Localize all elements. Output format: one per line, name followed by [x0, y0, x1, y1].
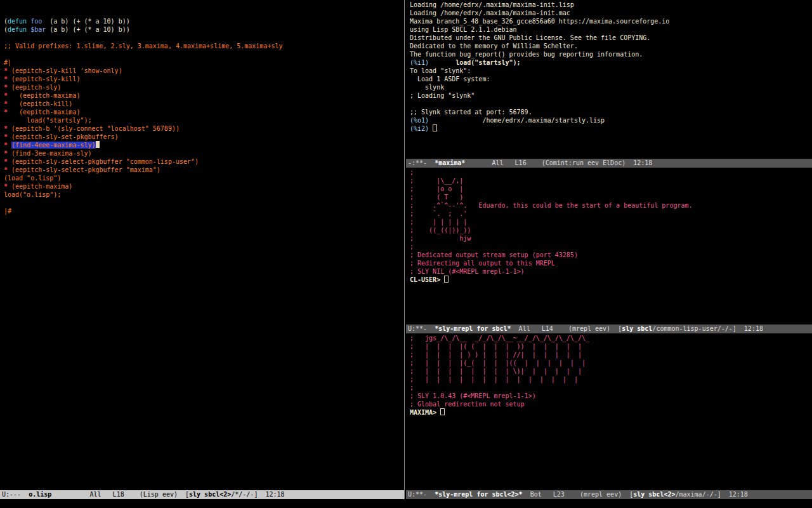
buffer-line: ; | | | |( ( | | | )) | | | | | — [410, 342, 812, 351]
buffer-line: (defun foo (a b) (+ (* a 10) b)) — [4, 17, 404, 25]
buffer-line — [4, 34, 404, 42]
text-cursor — [444, 276, 449, 283]
buffer-line: Dedicated to the memory of William Schel… — [410, 42, 812, 50]
buffer-line: |# — [4, 207, 404, 215]
buffer-line: load("o.lisp"); — [4, 190, 404, 199]
text-cursor — [433, 124, 437, 131]
buffer-o-lisp[interactable]: (defun foo (a b) (+ (* a 10) b))(defun $… — [0, 0, 404, 490]
buffer-line: MAXIMA> — [410, 408, 812, 417]
buffer-line: ; | | | | ) ) | | | //| | | | | | — [410, 351, 812, 359]
buffer-line: * (eepitch-sly-select-pkgbuffer "maxima"… — [4, 166, 404, 174]
buffer-line — [4, 199, 404, 207]
buffer-line: using Lisp SBCL 2.1.1.debian — [410, 25, 812, 34]
buffer-line: To load "slynk": — [410, 67, 812, 75]
buffer-line: Maxima branch_5_48_base_326_gcce856a60 h… — [410, 17, 812, 25]
buffer-line: * (eepitch-maxima) — [4, 91, 404, 100]
buffer-line: ; — [410, 384, 812, 392]
modeline-maxima[interactable]: -:**- *maxima* All L16 (Comint:run eev E… — [406, 159, 812, 168]
buffer-line: ; ( T ) — [410, 193, 812, 201]
buffer-line: ; |\__/,| — [410, 177, 812, 185]
modeline-sly-mrepl-sbcl-2[interactable]: U:**- *sly-mrepl for sbcl<2>* Bot L23 (m… — [406, 490, 812, 499]
buffer-line: (defun $bar (a b) (+ (* a 10) b)) — [4, 25, 404, 34]
buffer-line: ; hjw — [410, 234, 812, 243]
text-cursor — [440, 408, 445, 415]
buffer-line: load("startsly"); — [4, 116, 404, 124]
window-sly-mrepl-sbcl[interactable]: ;; |\__/,|; |o o |; ( T ); .^`^--'^. Edu… — [406, 168, 812, 333]
buffer-line: ; | | | | | — [410, 218, 812, 226]
buffer-line: Loading /home/edrx/.maxima/maxima-init.m… — [410, 9, 812, 17]
modeline-o-lisp[interactable]: U:--- o.lisp All L18 (Lisp eev) [sly sbc… — [0, 490, 404, 499]
buffer-line — [4, 9, 404, 17]
buffer-line: * (eepitch-sly-kill) — [4, 75, 404, 83]
window-o-lisp[interactable]: (defun foo (a b) (+ (* a 10) b))(defun $… — [0, 0, 404, 499]
emacs-frame: (defun foo (a b) (+ (* a 10) b))(defun $… — [0, 0, 812, 508]
buffer-line: ; .^`^--'^. Eduardo, this could be the s… — [410, 201, 812, 210]
buffer-line: * (find-4eee-maxima-sly) — [4, 141, 404, 149]
buffer-line: slynk — [410, 83, 812, 91]
buffer-line — [410, 100, 812, 108]
buffer-line: * (eepitch-maxima) — [4, 182, 404, 190]
buffer-line: ;; Slynk started at port: 56789. — [410, 108, 812, 116]
buffer-line: ; |o o | — [410, 185, 812, 193]
buffer-line: ; `. ; .' — [410, 210, 812, 218]
window-maxima[interactable]: Loading /home/edrx/.maxima/maxima-init.l… — [406, 0, 812, 168]
buffer-line: The function bug_report() provides bug r… — [410, 50, 812, 58]
buffer-maxima[interactable]: Loading /home/edrx/.maxima/maxima-init.l… — [406, 0, 812, 159]
buffer-line: Load 1 ASDF system: — [410, 75, 812, 83]
buffer-line: ; Redirecting all output to this MREPL — [410, 259, 812, 267]
buffer-line — [4, 50, 404, 58]
buffer-line: ; | | | | | | | | | | | | | | — [410, 375, 812, 384]
buffer-line: ; — [410, 243, 812, 251]
buffer-line — [4, 1, 404, 9]
modeline-sly-mrepl-sbcl[interactable]: U:**- *sly-mrepl for sbcl* All L14 (mrep… — [406, 324, 812, 333]
buffer-line: ; — [410, 168, 812, 177]
buffer-line: (%i1) load("startsly"); — [410, 58, 812, 67]
buffer-line: ; SLY 1.0.43 (#<MREPL mrepl-1-1>) — [410, 392, 812, 400]
buffer-line: Loading /home/edrx/.maxima/maxima-init.l… — [410, 1, 812, 9]
buffer-line: * (eepitch-maxima) — [4, 108, 404, 116]
buffer-line: Distributed under the GNU Public License… — [410, 34, 812, 42]
buffer-line: #| — [4, 58, 404, 67]
buffer-line: (%i2) — [410, 124, 812, 133]
buffer-line: * (eepitch-sly-select-pkgbuffer "common-… — [4, 157, 404, 166]
buffer-line: * (eepitch-b '(sly-connect "localhost" 5… — [4, 124, 404, 133]
buffer-line: * (eepitch-sly) — [4, 83, 404, 91]
buffer-line: * (eepitch-sly-kill 'show-only) — [4, 67, 404, 75]
buffer-line: ; Dedicated output stream setup (port 43… — [410, 251, 812, 259]
window-sly-mrepl-sbcl-2[interactable]: ; jgs_/\_/\__ _/_/\_/\__~__/_/\_/\_/\_/\… — [406, 333, 812, 499]
buffer-line: ; Loading "slynk" — [410, 91, 812, 100]
buffer-line: ; ((_((|))_)) — [410, 226, 812, 234]
buffer-sly-mrepl-sbcl-2[interactable]: ; jgs_/\_/\__ _/_/\_/\__~__/_/\_/\_/\_/\… — [406, 333, 812, 490]
buffer-line: ; | | | | | | | | \)| | | | | | — [410, 367, 812, 375]
buffer-line: * (find-3ee-maxima-sly) — [4, 149, 404, 157]
buffer-line: (%o1) /home/edrx/.maxima/startsly.lisp — [410, 116, 812, 124]
buffer-line: ; SLY NIL (#<MREPL mrepl-1-1>) — [410, 267, 812, 276]
buffer-line: (load "o.lisp") — [4, 174, 404, 182]
echo-area — [0, 499, 812, 508]
buffer-line: * (eepitch-kill) — [4, 100, 404, 108]
buffer-line: ; | | | |(_( | | |(( | | | | | | — [410, 359, 812, 367]
text-cursor — [96, 141, 100, 148]
buffer-line: ; jgs_/\_/\__ _/_/\_/\__~__/_/\_/\_/\_/\… — [410, 334, 812, 342]
buffer-line: CL-USER> — [410, 276, 812, 284]
buffer-line: ;; Valid prefixes: 1.slime, 2.sly, 3.max… — [4, 42, 404, 50]
buffer-sly-mrepl-sbcl[interactable]: ;; |\__/,|; |o o |; ( T ); .^`^--'^. Edu… — [406, 168, 812, 324]
buffer-line: ; Global redirection not setup — [410, 400, 812, 408]
buffer-line: * (eepitch-sly-set-pkgbuffers) — [4, 133, 404, 141]
